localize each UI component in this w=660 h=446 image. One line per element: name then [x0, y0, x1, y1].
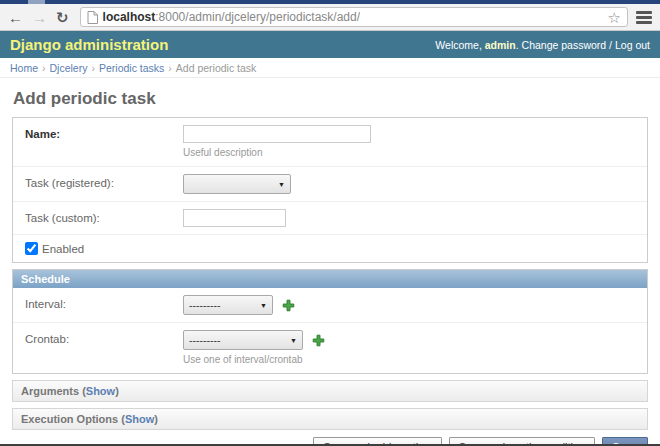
enabled-checkbox[interactable] — [25, 242, 38, 255]
browser-menu-icon[interactable] — [636, 11, 652, 24]
form-row-enabled: Enabled — [13, 235, 647, 262]
name-input[interactable] — [183, 125, 371, 143]
browser-window: ← → ↻ localhost:8000/admin/djcelery/peri… — [0, 0, 660, 446]
interval-select[interactable]: ---------▼ — [183, 295, 273, 315]
url-path: :8000/admin/djcelery/periodictask/add/ — [155, 10, 360, 24]
reload-icon[interactable]: ↻ — [56, 10, 69, 25]
crontab-label: Crontab: — [25, 330, 183, 345]
user-tools: Welcome, admin. Change password / Log ou… — [435, 39, 650, 51]
add-crontab-icon[interactable] — [312, 334, 325, 347]
admin-header: Django administration Welcome, admin. Ch… — [0, 31, 660, 58]
interval-label: Interval: — [25, 295, 183, 310]
form-row-crontab: Crontab:---------▼ Use one of interval/c… — [13, 323, 647, 373]
form-row-name: Name: Useful description — [13, 118, 647, 167]
task-registered-label: Task (registered): — [25, 174, 183, 189]
form-row-interval: Interval:---------▼ — [13, 288, 647, 323]
breadcrumb-current: Add periodic task — [176, 62, 257, 74]
page-icon — [87, 11, 98, 24]
crontab-select[interactable]: ---------▼ — [183, 330, 303, 350]
execution-options-show-link[interactable]: Show — [125, 413, 154, 425]
schedule-section-header: Schedule — [13, 270, 647, 288]
task-registered-select[interactable]: ▼ — [183, 174, 291, 194]
breadcrumb-periodic-tasks[interactable]: Periodic tasks — [99, 62, 164, 74]
name-help-text: Useful description — [183, 147, 635, 158]
logout-link[interactable]: Log out — [615, 39, 650, 51]
back-icon[interactable]: ← — [8, 10, 23, 25]
page-title: Add periodic task — [13, 89, 648, 109]
task-custom-input[interactable] — [183, 209, 286, 227]
welcome-text: Welcome, — [435, 39, 482, 51]
browser-tab-strip — [0, 0, 660, 4]
username: admin — [485, 39, 516, 51]
chevron-down-icon: ▼ — [260, 302, 267, 309]
change-password-link[interactable]: Change password — [522, 39, 607, 51]
browser-tab[interactable] — [28, 0, 45, 4]
bookmark-star-icon[interactable]: ☆ — [608, 10, 621, 25]
form-row-task-custom: Task (custom): — [13, 202, 647, 235]
task-custom-label: Task (custom): — [25, 209, 183, 224]
execution-options-section-header: Execution Options (Show) — [12, 408, 648, 430]
chevron-down-icon: ▼ — [290, 337, 297, 344]
url-host: localhost — [103, 10, 156, 24]
crontab-help-text: Use one of interval/crontab — [183, 354, 635, 365]
main-fieldset: Name: Useful description Task (registere… — [12, 117, 648, 263]
schedule-fieldset: Schedule Interval:---------▼ Crontab:---… — [12, 269, 648, 374]
main-content: Add periodic task Name: Useful descripti… — [0, 89, 660, 446]
form-row-task-registered: Task (registered):▼ — [13, 167, 647, 202]
forward-icon[interactable]: → — [32, 10, 47, 25]
browser-toolbar: ← → ↻ localhost:8000/admin/djcelery/peri… — [0, 4, 660, 31]
breadcrumb-home[interactable]: Home — [10, 62, 38, 74]
chevron-down-icon: ▼ — [278, 181, 285, 188]
arguments-section-header: Arguments (Show) — [12, 380, 648, 402]
url-text[interactable]: localhost:8000/admin/djcelery/periodicta… — [103, 10, 360, 24]
arguments-show-link[interactable]: Show — [86, 385, 115, 397]
site-branding: Django administration — [10, 36, 168, 53]
name-label: Name: — [25, 125, 183, 140]
address-bar[interactable]: localhost:8000/admin/djcelery/periodicta… — [80, 7, 628, 27]
breadcrumb: Home › Djcelery › Periodic tasks › Add p… — [0, 58, 660, 78]
enabled-label: Enabled — [42, 243, 84, 255]
add-interval-icon[interactable] — [282, 299, 295, 312]
breadcrumb-djcelery[interactable]: Djcelery — [50, 62, 88, 74]
